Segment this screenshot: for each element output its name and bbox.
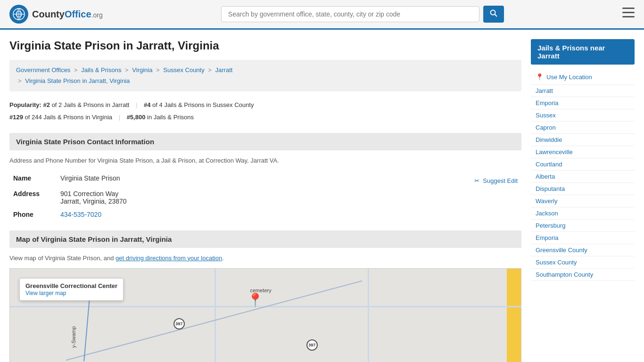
svg-point-5 — [490, 10, 495, 15]
sep5: > — [18, 77, 22, 84]
logo-icon — [9, 5, 28, 24]
table-row-phone: Phone 434-535-7020 — [9, 208, 521, 221]
svg-rect-7 — [622, 8, 635, 9]
suggest-edit-link[interactable]: ✂ Suggest Edit — [474, 177, 518, 184]
map-description: View map of Virginia State Prison, and g… — [9, 255, 521, 262]
sidebar-item-disputanta[interactable]: Disputanta — [531, 183, 635, 195]
pop-stat2: #4 of 4 Jails & Prisons in Sussex County — [144, 99, 254, 111]
sep4: > — [208, 66, 212, 74]
pop-div2: | — [119, 114, 120, 121]
content-area: Virginia State Prison in Jarratt, Virgin… — [9, 39, 521, 362]
sidebar-item-waverly[interactable]: Waverly — [531, 195, 635, 207]
contact-section-header: Virginia State Prison Contact Informatio… — [9, 133, 521, 150]
map-road-v1 — [215, 269, 216, 362]
popularity-label: Popularity: — [9, 101, 41, 108]
phone-value: 434-535-7020 — [57, 208, 521, 221]
breadcrumb: Government Offices > Jails & Prisons > V… — [9, 60, 521, 91]
route-badge-1: 397 — [173, 318, 185, 329]
breadcrumb-link-current[interactable]: Virginia State Prison in Jarratt, Virgin… — [25, 77, 130, 84]
pop-stat1: #2 #2 of 2 Jails & Prisons in Jarrattof … — [43, 99, 130, 111]
page-title: Virginia State Prison in Jarratt, Virgin… — [9, 39, 521, 52]
svg-line-6 — [495, 15, 497, 17]
sidebar-item-sussex[interactable]: Sussex — [531, 109, 635, 122]
address-value: 901 Correction Way Jarratt, Virginia, 23… — [57, 187, 521, 208]
popularity-section: Popularity: #2 #2 of 2 Jails & Prisons i… — [9, 99, 521, 123]
map-swamp-label: y-Swamp — [71, 326, 76, 348]
name-value: Virginia State Prison — [57, 172, 321, 187]
sidebar-item-lawrenceville[interactable]: Lawrenceville — [531, 146, 635, 158]
logo-text: CountyOffice.org — [32, 9, 103, 20]
menu-button[interactable] — [622, 8, 635, 21]
map-marker-icon: 📍 — [247, 292, 264, 308]
map-road-v2 — [368, 269, 369, 362]
map-section: Map of Virginia State Prison in Jarratt,… — [9, 230, 521, 362]
address-label: Address — [9, 187, 57, 208]
location-icon: 📍 — [536, 73, 544, 81]
sidebar-item-jarratt[interactable]: Jarratt — [531, 85, 635, 97]
sep2: > — [125, 66, 129, 74]
search-input[interactable] — [221, 6, 479, 22]
sidebar-item-capron[interactable]: Capron — [531, 122, 635, 134]
table-row-address: Address 901 Correction Way Jarratt, Virg… — [9, 187, 521, 208]
main-container: Virginia State Prison in Jarratt, Virgin… — [0, 30, 644, 362]
sidebar-item-petersburg[interactable]: Petersburg — [531, 220, 635, 232]
breadcrumb-link-virginia[interactable]: Virginia — [132, 66, 152, 74]
sidebar-item-sussex-county[interactable]: Sussex County — [531, 256, 635, 269]
contact-section: Virginia State Prison Contact Informatio… — [9, 133, 521, 221]
popup-title: Greensville Correctional Center — [25, 282, 117, 289]
contact-description: Address and Phone Number for Virginia St… — [9, 157, 521, 164]
search-button[interactable] — [483, 6, 504, 23]
sidebar-item-jackson[interactable]: Jackson — [531, 207, 635, 220]
svg-rect-8 — [622, 12, 635, 13]
map-container: cemetery 397 397 y-Swamp 📍 Greensville C… — [9, 268, 521, 362]
use-my-location[interactable]: 📍 Use My Location — [531, 69, 635, 85]
table-row-name: Name Virginia State Prison ✂ Suggest Edi… — [9, 172, 521, 187]
suggest-edit-icon: ✂ — [474, 177, 479, 184]
breadcrumb-link-jarratt[interactable]: Jarratt — [215, 66, 233, 74]
sidebar-item-courtland[interactable]: Courtland — [531, 158, 635, 171]
map-yellow-road — [507, 269, 521, 362]
sidebar-item-emporia2[interactable]: Emporia — [531, 232, 635, 244]
breadcrumb-link-gov[interactable]: Government Offices — [16, 66, 70, 74]
sidebar-item-emporia1[interactable]: Emporia — [531, 97, 635, 109]
phone-link[interactable]: 434-535-7020 — [60, 211, 101, 218]
site-header: CountyOffice.org — [0, 0, 644, 30]
svg-rect-9 — [622, 16, 635, 17]
sidebar: Jails & Prisons near Jarratt 📍 Use My Lo… — [531, 39, 635, 362]
sidebar-item-alberta[interactable]: Alberta — [531, 171, 635, 183]
sidebar-item-dinwiddie[interactable]: Dinwiddie — [531, 134, 635, 146]
sidebar-title: Jails & Prisons near Jarratt — [531, 39, 635, 65]
breadcrumb-link-jails[interactable]: Jails & Prisons — [81, 66, 121, 74]
use-my-location-link[interactable]: Use My Location — [546, 74, 592, 81]
map-section-header: Map of Virginia State Prison in Jarratt,… — [9, 230, 521, 248]
pop-stat4: #5,800 in Jails & Prisons — [127, 111, 194, 123]
sep3: > — [156, 66, 160, 74]
contact-table: Name Virginia State Prison ✂ Suggest Edi… — [9, 172, 521, 221]
route-badge-2: 397 — [306, 339, 318, 351]
logo-area: CountyOffice.org — [9, 5, 103, 24]
popup-larger-map-link[interactable]: View larger map — [25, 290, 66, 296]
map-popup: Greensville Correctional Center View lar… — [19, 278, 124, 301]
name-label: Name — [9, 172, 57, 187]
sidebar-item-greensville-county[interactable]: Greensville County — [531, 244, 635, 256]
phone-label: Phone — [9, 208, 57, 221]
sidebar-item-southampton-county[interactable]: Southampton County — [531, 269, 635, 281]
breadcrumb-link-sussex[interactable]: Sussex County — [163, 66, 204, 74]
pop-stat3: #129 of 244 Jails & Prisons in Virginia — [9, 111, 112, 123]
directions-link[interactable]: get driving directions from your locatio… — [116, 255, 222, 262]
pop-div1: | — [136, 101, 137, 108]
search-area — [221, 6, 504, 23]
sep1: > — [74, 66, 78, 74]
